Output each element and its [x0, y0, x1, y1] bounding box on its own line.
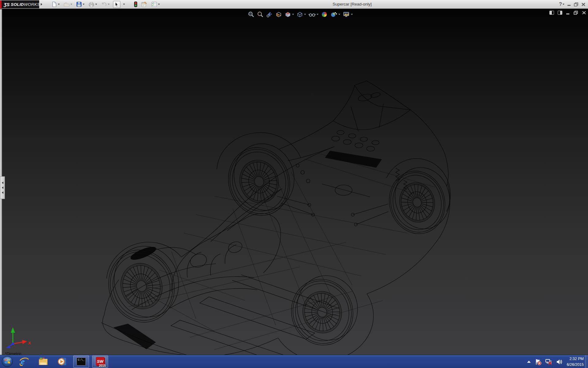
close-icon — [581, 2, 586, 6]
command-prompt-icon: C:\_ — [77, 358, 86, 366]
dropdown-icon[interactable] — [58, 4, 60, 5]
select-cursor-icon — [114, 2, 119, 7]
taskbar-windows-explorer-button[interactable] — [35, 355, 51, 368]
triad-x-label: X — [28, 341, 31, 345]
view-settings-button[interactable] — [342, 11, 353, 18]
view-orientation-button[interactable] — [284, 11, 294, 18]
display-style-icon — [296, 11, 303, 18]
open-document-button[interactable] — [63, 2, 73, 7]
zoom-to-fit-button[interactable] — [247, 11, 255, 18]
save-floppy-icon — [76, 2, 82, 7]
edit-appearance-button[interactable] — [321, 11, 328, 18]
internet-explorer-icon: e — [19, 357, 29, 366]
wireframe-car-model — [0, 9, 588, 355]
tray-clock[interactable]: 2:32 PM 6/26/2015 — [567, 356, 584, 367]
dropdown-icon[interactable] — [351, 14, 353, 15]
dropdown-icon[interactable] — [317, 14, 318, 15]
brand-works: WORKS — [24, 2, 40, 7]
chevron-left-icon — [2, 191, 3, 194]
previous-view-button[interactable] — [266, 11, 273, 18]
rebuild-button[interactable] — [134, 1, 138, 7]
chevron-up-icon — [527, 360, 531, 363]
document-close-button[interactable] — [582, 11, 586, 15]
tray-time: 2:32 PM — [567, 356, 584, 362]
dropdown-icon[interactable] — [304, 14, 306, 15]
dropdown-icon[interactable] — [83, 4, 85, 5]
document-minimize-button[interactable] — [566, 11, 570, 15]
action-center-button[interactable] — [535, 358, 541, 365]
section-view-button[interactable] — [275, 11, 282, 18]
taskbar-media-player-button[interactable] — [54, 355, 70, 368]
hide-show-items-button[interactable] — [308, 11, 319, 18]
rear-right-wheel — [382, 161, 458, 240]
dassault-logo-mark: ƷS — [4, 2, 9, 7]
zoom-to-area-button[interactable] — [257, 11, 264, 18]
file-properties-icon — [141, 2, 147, 7]
volume-button[interactable] — [556, 358, 563, 365]
heads-up-view-toolbar — [247, 10, 353, 18]
titlebar-controls: ? — [559, 0, 586, 9]
minimize-button[interactable] — [567, 2, 571, 6]
restore-button[interactable] — [574, 2, 579, 6]
left-pane-toggle-button[interactable] — [549, 11, 554, 15]
titlebar: ƷS SOLIDWORKS — [0, 0, 588, 9]
apply-scene-icon — [330, 11, 337, 18]
dropdown-icon[interactable] — [95, 4, 97, 5]
volume-speaker-icon — [556, 358, 563, 365]
document-restore-button[interactable] — [574, 11, 578, 15]
taskbar-solidworks-button[interactable]: SW 2015 — [92, 355, 108, 368]
save-button[interactable] — [76, 1, 85, 7]
select-button[interactable] — [113, 1, 120, 8]
minimize-icon — [567, 2, 571, 6]
taskbar-command-prompt-button[interactable]: C:\_ — [73, 355, 89, 368]
new-document-icon — [51, 2, 57, 7]
restore-icon — [574, 11, 578, 15]
help-question-icon: ? — [559, 2, 562, 7]
options-checklist-icon — [151, 2, 157, 7]
print-button[interactable] — [88, 2, 98, 7]
action-center-flag-icon — [535, 358, 541, 365]
start-button[interactable] — [0, 355, 15, 368]
graphics-viewport[interactable]: X *Dimetric — [0, 9, 588, 355]
dropdown-icon[interactable] — [563, 4, 564, 5]
new-document-button[interactable] — [51, 1, 60, 7]
brand-solid: SOLID — [11, 2, 24, 7]
display-style-button[interactable] — [296, 11, 306, 18]
media-player-icon — [57, 357, 67, 366]
dropdown-icon[interactable] — [338, 14, 340, 15]
show-desktop-button[interactable] — [585, 355, 588, 368]
options-button[interactable] — [151, 1, 160, 7]
dropdown-icon[interactable] — [123, 4, 125, 5]
apply-scene-button[interactable] — [330, 11, 341, 18]
undo-button[interactable] — [100, 2, 110, 7]
help-button[interactable]: ? — [559, 2, 564, 7]
windows-start-orb-icon — [2, 356, 13, 367]
left-pane-icon — [549, 11, 554, 15]
taskbar: e C:\_ SW — [0, 355, 588, 368]
right-pane-toggle-button[interactable] — [558, 11, 562, 15]
network-status-button[interactable] — [545, 358, 552, 365]
open-folder-icon — [64, 2, 70, 7]
show-hidden-icons-button[interactable] — [527, 360, 531, 363]
taskbar-internet-explorer-button[interactable]: e — [16, 355, 32, 368]
section-view-icon — [275, 11, 282, 18]
dropdown-icon[interactable] — [70, 4, 72, 5]
splitter-collapse-handle[interactable] — [0, 176, 5, 199]
previous-view-icon — [266, 11, 273, 18]
view-orientation-label: *Dimetric — [5, 351, 22, 355]
rear-left-wheel — [219, 136, 304, 224]
file-properties-button[interactable] — [141, 1, 148, 7]
feature-manager-splitter[interactable] — [0, 9, 2, 355]
restore-icon — [574, 2, 579, 6]
dropdown-icon[interactable] — [108, 4, 110, 5]
chevron-right-icon — [41, 3, 42, 6]
appearance-ball-icon — [321, 11, 328, 18]
tray-date: 6/26/2015 — [567, 362, 584, 367]
standard-toolbar — [51, 1, 160, 8]
dropdown-icon[interactable] — [292, 14, 294, 15]
solidworks-window: ƷS SOLIDWORKS — [0, 0, 588, 368]
dropdown-icon[interactable] — [158, 4, 160, 5]
orientation-triad[interactable]: X — [2, 320, 33, 348]
close-button[interactable] — [581, 2, 586, 6]
chevron-left-icon — [2, 186, 3, 189]
